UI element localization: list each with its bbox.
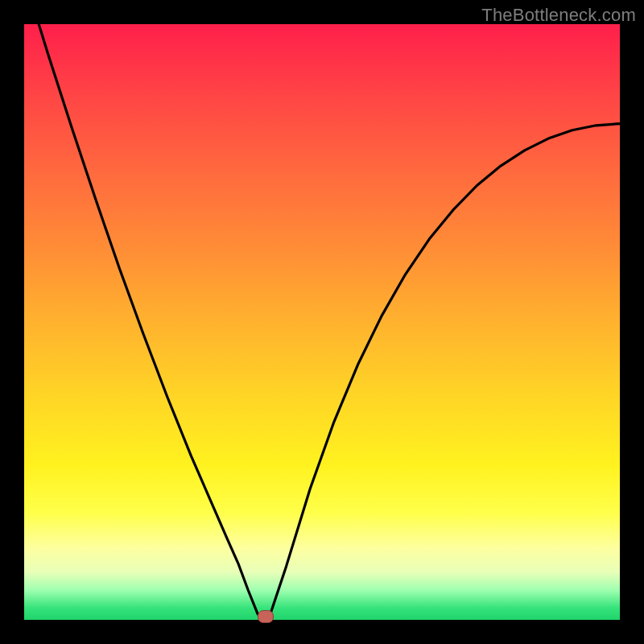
chart-frame: TheBottleneck.com xyxy=(0,0,644,644)
bottleneck-curve xyxy=(24,24,620,620)
optimal-point-marker xyxy=(258,610,274,623)
watermark-text: TheBottleneck.com xyxy=(481,5,636,26)
curve-path xyxy=(24,24,620,620)
